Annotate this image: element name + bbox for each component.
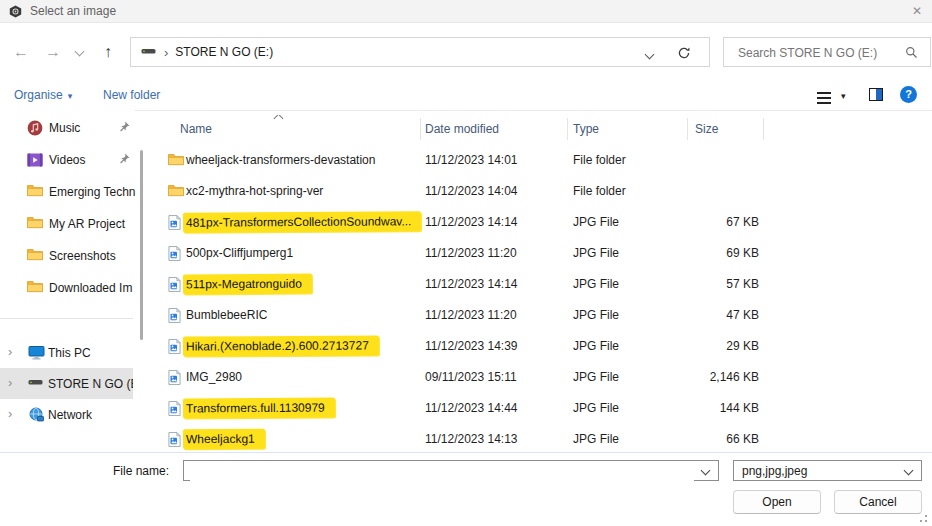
file-type: JPG File [573,339,619,353]
file-size: 2,146 KB [687,370,759,384]
cancel-button[interactable]: Cancel [834,490,922,514]
file-date-modified: 11/12/2023 14:01 [425,153,518,167]
back-button[interactable]: ← [13,40,29,64]
file-type: File folder [573,153,626,167]
file-row[interactable]: 511px-Megatronguido11/12/2023 14:14JPG F… [152,269,932,300]
column-header-type[interactable]: Type [573,122,599,136]
view-list-icon[interactable] [817,92,831,94]
file-rows: wheeljack-transformers-devastation11/12/… [152,145,932,453]
sidebar-item-music[interactable]: Music [0,112,148,144]
file-name-dropdown-chevron-icon[interactable] [701,466,711,476]
network-icon [28,407,44,425]
column-header-name[interactable]: Name [180,122,212,136]
command-toolbar: Organise▾ New folder ▾ ? [0,84,932,109]
chevron-right-icon[interactable]: › [8,344,12,359]
file-type-select[interactable]: png,jpg,jpeg [733,460,922,481]
file-row[interactable]: Transformers.full.113097911/12/2023 14:4… [152,393,932,424]
file-type: JPG File [573,401,619,415]
chevron-right-icon[interactable]: › [8,406,12,421]
folder-icon [168,153,184,169]
file-row[interactable]: wheeljack-transformers-devastation11/12/… [152,145,932,176]
search-input[interactable] [736,45,900,61]
sidebar-tree: ›This PC›STORE N GO (E:)›Network [0,337,148,430]
file-name: Wheeljackg1 [183,429,265,449]
file-row[interactable]: 500px-Cliffjumperg111/12/2023 11:20JPG F… [152,238,932,269]
recent-locations-chevron-icon[interactable] [75,47,85,57]
file-size: 144 KB [687,401,759,415]
file-name-combobox[interactable] [183,460,719,481]
pin-icon [119,121,130,135]
file-row[interactable]: 481px-TransformersCollectionSoundwav...1… [152,207,932,238]
organise-menu[interactable]: Organise▾ [14,88,72,102]
file-row[interactable]: BumblebeeRIC11/12/2023 11:20JPG File47 K… [152,300,932,331]
address-dropdown-chevron-icon[interactable] [645,50,655,60]
resize-grip[interactable] [925,520,927,522]
folder-icon [27,216,43,232]
view-options-caret-icon[interactable]: ▾ [841,91,846,101]
file-name: IMG_2980 [186,370,242,384]
column-header-date-modified[interactable]: Date modified [425,122,499,136]
new-folder-button[interactable]: New folder [103,88,160,102]
organise-caret-icon: ▾ [68,91,73,101]
help-icon[interactable]: ? [900,86,917,103]
file-type-dropdown-chevron-icon [904,466,914,476]
file-row[interactable]: xc2-mythra-hot-spring-ver11/12/2023 14:0… [152,176,932,207]
breadcrumb-location[interactable]: STORE N GO (E:) [175,45,273,59]
search-box[interactable] [723,37,931,67]
drive-icon [28,376,43,390]
sidebar-scrollbar[interactable] [140,150,143,340]
refresh-icon[interactable] [677,46,691,63]
file-name: 500px-Cliffjumperg1 [186,246,293,260]
file-date-modified: 11/12/2023 14:04 [425,184,518,198]
address-bar[interactable]: › STORE N GO (E:) [130,37,710,67]
file-type: JPG File [573,308,619,322]
jpg-file-icon [168,246,181,264]
sidebar-item-emerging-techn[interactable]: Emerging Techn [0,176,148,208]
file-name: BumblebeeRIC [186,308,267,322]
file-type: JPG File [573,370,619,384]
file-type: File folder [573,184,626,198]
sort-ascending-icon [274,115,284,123]
title-bar: Select an image ✕ [0,0,932,23]
file-type: JPG File [573,432,619,446]
navigation-bar: ← → ↑ › STORE N GO (E:) [0,36,932,69]
file-name: wheeljack-transformers-devastation [186,153,375,167]
file-row[interactable]: Hikari.(Xenoblade.2).600.271372711/12/20… [152,331,932,362]
jpg-file-icon [168,308,181,326]
column-header-size[interactable]: Size [695,122,718,136]
forward-button[interactable]: → [45,40,61,64]
file-type: JPG File [573,246,619,260]
chevron-right-icon[interactable]: › [8,375,12,390]
sidebar-item-label: Downloaded Im [49,281,137,295]
folder-icon [27,184,43,200]
file-size: 29 KB [687,339,759,353]
sidebar-item-videos[interactable]: Videos [0,144,148,176]
sidebar-item-network[interactable]: ›Network [0,399,133,430]
preview-pane-icon[interactable] [869,88,883,101]
file-type: JPG File [573,215,619,229]
file-type: JPG File [573,277,619,291]
up-button[interactable]: ↑ [104,40,112,64]
breadcrumb-chevron-icon: › [164,45,168,60]
open-button[interactable]: Open [733,490,821,514]
file-name: 481px-TransformersCollectionSoundwav... [183,211,422,232]
dialog-footer: File name: png,jpg,jpeg Open Cancel [0,452,932,526]
app-icon [9,5,22,18]
sidebar-item-screenshots[interactable]: Screenshots [0,240,148,272]
drive-icon [141,45,156,59]
music-icon [27,120,43,139]
sidebar-item-label: My AR Project [49,217,137,231]
file-date-modified: 11/12/2023 11:20 [425,246,517,260]
sidebar-item-this-pc[interactable]: ›This PC [0,337,133,368]
pin-icon [119,153,130,167]
file-row[interactable]: Wheeljackg111/12/2023 14:13JPG File66 KB [152,424,932,453]
sidebar-item-my-ar-project[interactable]: My AR Project [0,208,148,240]
file-name: Hikari.(Xenoblade.2).600.2713727 [183,335,379,356]
close-icon[interactable]: ✕ [912,3,922,19]
file-row[interactable]: IMG_298009/11/2023 15:11JPG File2,146 KB [152,362,932,393]
file-name-input[interactable] [190,462,694,481]
sidebar-item-store-n-go-e[interactable]: ›STORE N GO (E:) [0,368,133,399]
jpg-file-icon [168,432,181,450]
jpg-file-icon [168,401,181,419]
sidebar-item-downloaded-im[interactable]: Downloaded Im [0,272,148,304]
